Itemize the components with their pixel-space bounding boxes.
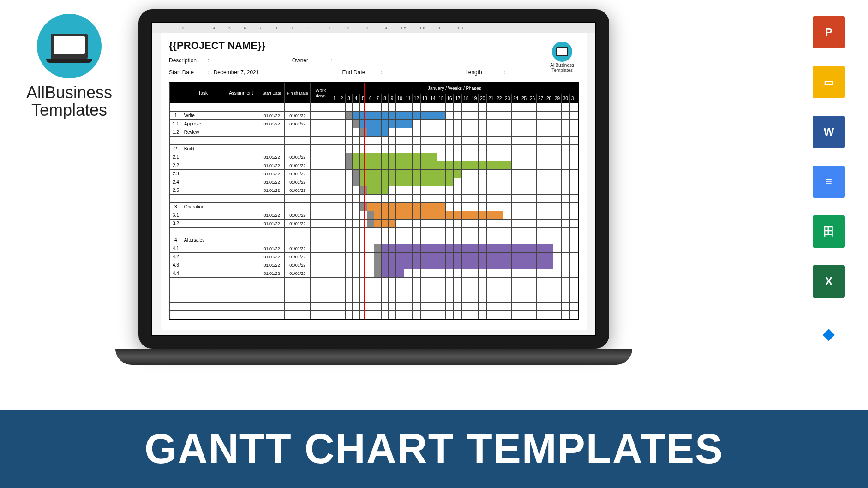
cell [462, 278, 470, 286]
row-start: 01/01/22 [259, 170, 285, 178]
cell [479, 278, 487, 286]
bar-orange [412, 203, 420, 211]
brand-name: AllBusiness Templates [18, 84, 120, 119]
cell [374, 286, 382, 294]
cell [429, 278, 437, 286]
cell [454, 128, 462, 137]
cell [389, 294, 396, 303]
row-start [259, 103, 285, 112]
bar-purple [389, 269, 396, 278]
row-id: 4.3 [170, 261, 182, 269]
row-cell [223, 269, 259, 278]
bar-green [437, 178, 445, 186]
bar-green [381, 186, 389, 195]
row-finish [285, 294, 311, 303]
cell [545, 236, 553, 244]
cell [353, 228, 360, 236]
cell [569, 269, 578, 278]
row-cell [311, 120, 331, 128]
powerpoint-icon[interactable]: P [813, 16, 845, 48]
cell [520, 137, 528, 145]
bar-blue [367, 112, 374, 120]
bar-green [353, 153, 360, 161]
cell [537, 186, 545, 195]
cell [445, 236, 454, 244]
bar-purple [381, 269, 389, 278]
cell [503, 103, 512, 112]
bar-purple [429, 261, 437, 269]
bar-purple [503, 261, 512, 269]
cell [462, 269, 470, 278]
cell [569, 112, 578, 120]
cell [470, 145, 479, 153]
cell [479, 170, 487, 178]
dropbox-icon[interactable]: ⬥ [813, 315, 845, 347]
cell [345, 220, 353, 228]
row-cell [223, 153, 259, 161]
cell [470, 220, 479, 228]
cell [479, 228, 487, 236]
row-cell [223, 170, 259, 178]
cell [470, 286, 479, 294]
bar-purple [537, 253, 545, 261]
bar-purple [381, 253, 389, 261]
row-task [182, 103, 223, 112]
cell [553, 294, 561, 303]
cell [338, 261, 346, 269]
cell [503, 211, 512, 220]
cell [454, 153, 462, 161]
row-id [170, 228, 182, 236]
row-id: 4.1 [170, 244, 182, 253]
cell [367, 278, 374, 286]
cell [569, 244, 578, 253]
bar-blue [389, 112, 396, 120]
google-slides-icon[interactable]: ▭ [813, 66, 845, 98]
row-finish: 01/01/22 [285, 120, 311, 128]
cell [487, 195, 495, 203]
cell [528, 286, 537, 294]
word-icon[interactable]: W [813, 116, 845, 148]
bar-green [353, 161, 360, 170]
bar-green [374, 170, 382, 178]
bar-purple [520, 253, 528, 261]
cell [338, 253, 346, 261]
cell [331, 228, 338, 236]
row-finish [285, 137, 311, 145]
cell [537, 269, 545, 278]
row-start [259, 303, 285, 311]
google-docs-icon[interactable]: ≡ [813, 166, 845, 198]
cell [520, 228, 528, 236]
cell [445, 128, 454, 137]
cell [545, 128, 553, 137]
col-start: Start Date [259, 83, 285, 103]
cell [381, 286, 389, 294]
row-id: 2.4 [170, 178, 182, 186]
cell [569, 228, 578, 236]
row-task [182, 228, 223, 236]
cell [412, 145, 420, 153]
cell [487, 203, 495, 211]
cell [495, 220, 503, 228]
cell [470, 311, 479, 319]
cell [359, 278, 367, 286]
excel-icon[interactable]: X [813, 265, 845, 298]
bar-blue [404, 120, 412, 128]
cell [520, 311, 528, 319]
bar-purple [412, 244, 420, 253]
cell [553, 153, 561, 161]
cell [338, 178, 346, 186]
cell [353, 244, 360, 253]
cell [395, 145, 404, 153]
cell [389, 137, 396, 145]
laptop-icon [51, 34, 88, 59]
google-sheets-icon[interactable]: 田 [813, 215, 845, 248]
bar-purple [395, 261, 404, 269]
row-cell [223, 178, 259, 186]
cell [512, 128, 520, 137]
day-15: 15 [437, 94, 445, 103]
bar-green [454, 161, 462, 170]
cell [479, 186, 487, 195]
cell [331, 178, 338, 186]
row-cell [311, 211, 331, 220]
bar-orange [389, 220, 396, 228]
